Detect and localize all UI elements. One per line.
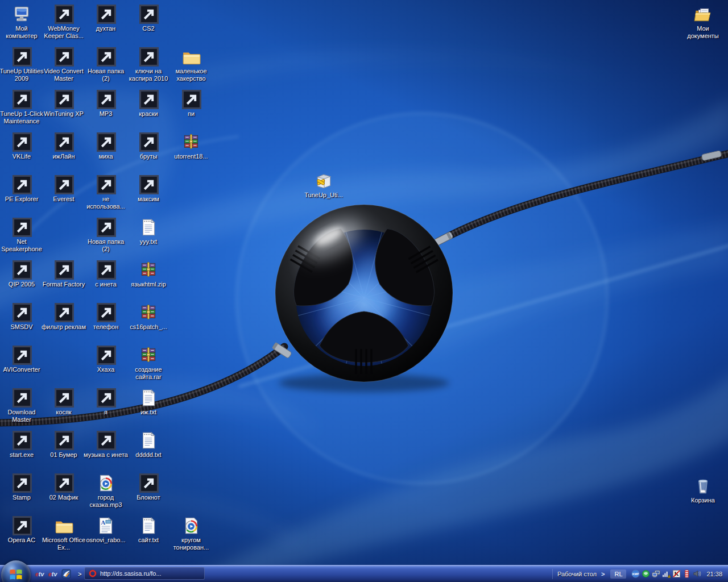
desktop-icon[interactable]: Format Factory bbox=[41, 260, 86, 288]
qip-icon bbox=[12, 260, 31, 280]
agent-green-tray-icon[interactable] bbox=[642, 569, 650, 578]
desktop-icon[interactable]: SMSDV bbox=[0, 303, 44, 331]
file-doc-icon: A bbox=[96, 516, 115, 535]
desktop-icon[interactable]: Stamp bbox=[0, 473, 44, 501]
desktop-icon-label: миха bbox=[83, 153, 129, 160]
desktop-icon[interactable]: сайт.txt bbox=[126, 516, 171, 544]
task-button-opera[interactable]: http://ds.sasisa.ru/fo... bbox=[84, 567, 205, 580]
desktop-icon[interactable]: Новая папка (2) bbox=[83, 47, 129, 82]
desktop-icon-label: фильтр реклам bbox=[41, 323, 86, 331]
desktop-icon-label: 01 Бумер bbox=[41, 451, 86, 459]
download-master-icon bbox=[12, 388, 31, 408]
desktop-icon[interactable]: пи bbox=[168, 90, 214, 118]
desktop-icon[interactable]: я bbox=[83, 388, 129, 416]
desktop-icon[interactable]: 01 Бумер bbox=[41, 431, 86, 459]
desktop: Мой компьютерWebMoney Keeper Clas...духт… bbox=[0, 0, 728, 582]
desktop-icon[interactable]: Новая папка (2) bbox=[83, 218, 129, 253]
desktop-icon-label: Everest bbox=[41, 196, 86, 203]
desktop-icon-label: музыка с инета bbox=[83, 451, 129, 459]
desktop-icon[interactable]: PE Explorer bbox=[0, 175, 44, 203]
desktop-icon-label: телефон bbox=[83, 323, 129, 331]
desktop-icon[interactable]: WebMoney Keeper Clas... bbox=[41, 5, 86, 40]
desktop-icon[interactable]: cs16patch_... bbox=[126, 303, 171, 331]
desktop-icon[interactable]: кругом тонирован... bbox=[168, 516, 214, 551]
desktop-icon[interactable]: иж.txt bbox=[126, 388, 171, 416]
network-tray-icon[interactable] bbox=[652, 569, 660, 578]
desktop-toolbar-chevron[interactable]: > bbox=[601, 571, 605, 577]
desktop-icon[interactable]: Video Convert Master bbox=[41, 47, 86, 82]
desktop-icon[interactable]: ddddd.txt bbox=[126, 431, 171, 459]
desktop-icon-label: Microsoft Office Ex... bbox=[41, 537, 86, 551]
folder-icon bbox=[96, 5, 115, 24]
desktop-icon[interactable]: краски bbox=[126, 90, 171, 118]
desktop-icon[interactable]: Opera AC bbox=[0, 516, 44, 544]
desktop-icon[interactable]: Xxaxa bbox=[83, 346, 129, 373]
desktop-icon[interactable]: CS2 bbox=[126, 5, 171, 32]
kaspersky-tray-icon[interactable]: K bbox=[672, 569, 681, 578]
desktop-icon-label: Video Convert Master bbox=[41, 68, 86, 82]
desktop-icon-label: SMSDV bbox=[0, 323, 44, 331]
desktop-icon[interactable]: QIP 2005 bbox=[0, 260, 44, 288]
desktop-icon[interactable]: TuneUp_Uti... bbox=[301, 171, 346, 199]
desktop-icon[interactable]: yyy.txt bbox=[126, 218, 171, 246]
desktop-icon[interactable]: миха bbox=[83, 132, 129, 160]
desktop-icon[interactable]: AVIConverter bbox=[0, 346, 44, 373]
desktop-icon[interactable]: Everest bbox=[41, 175, 86, 203]
desktop-icon[interactable]: utorrent18... bbox=[168, 132, 214, 160]
desktop-icon[interactable]: WinTuning XP bbox=[41, 90, 86, 118]
file-text-icon bbox=[139, 218, 158, 237]
my-computer-icon bbox=[12, 5, 31, 24]
folder-icon bbox=[96, 431, 115, 450]
desktop-icon[interactable]: ижЛайн bbox=[41, 132, 86, 160]
desktop-icon[interactable]: музыка с инета bbox=[83, 431, 129, 459]
desktop-icon[interactable]: Корзина bbox=[680, 476, 726, 504]
desktop-icon[interactable]: создание сайта.rar bbox=[126, 346, 171, 381]
desktop-icon[interactable]: Download Master bbox=[0, 388, 44, 423]
desktop-icon[interactable]: TuneUp Utilities 2009 bbox=[0, 47, 44, 82]
desktop-icon[interactable]: Net Speakerphone bbox=[0, 218, 44, 253]
desktop-icon[interactable]: фильтр реклам bbox=[41, 303, 86, 331]
quick-launch-overflow-chevron[interactable]: > bbox=[78, 571, 81, 577]
download-bar-tray-icon[interactable] bbox=[682, 569, 691, 578]
desktop-icon[interactable]: Мои документы bbox=[680, 5, 726, 40]
recycle-bin-icon bbox=[693, 476, 713, 496]
desktop-icon-label: Format Factory bbox=[41, 281, 86, 288]
desktop-icon[interactable]: VKLife bbox=[0, 132, 44, 160]
folder-icon bbox=[139, 5, 158, 24]
desktop-icon[interactable]: start.exe bbox=[0, 431, 44, 459]
desktop-icon[interactable]: языкhtml.zip bbox=[126, 260, 171, 288]
volume-tray-icon[interactable] bbox=[693, 569, 701, 578]
desktop-icon[interactable]: TuneUp 1-Click Maintenance bbox=[0, 90, 44, 125]
desktop-icon[interactable]: ключи на каспира 2010 bbox=[126, 47, 171, 82]
desktop-icon[interactable]: MP3 bbox=[83, 90, 129, 118]
desktop-icon[interactable]: максим bbox=[126, 175, 171, 203]
signal-warning-tray-icon[interactable] bbox=[662, 569, 671, 578]
desktop-swoosh-icon[interactable] bbox=[61, 569, 71, 579]
desktop-icon[interactable]: Microsoft Office Ex... bbox=[41, 516, 86, 551]
desktop-icon[interactable]: город сказка.mp3 bbox=[83, 473, 129, 509]
my-documents-icon bbox=[693, 5, 713, 24]
tv-logo-icon[interactable]: etv bbox=[48, 569, 58, 579]
kmplayer-tray-icon[interactable]: KMP bbox=[631, 569, 640, 578]
svg-text:KMP: KMP bbox=[632, 572, 639, 576]
desktop-icon[interactable]: маленькое хакерство bbox=[168, 47, 214, 82]
desktop-icon[interactable]: с инета bbox=[83, 260, 129, 288]
desktop-icon[interactable]: 02 Мафик bbox=[41, 473, 86, 501]
desktop-toolbar-label[interactable]: Рабочий стол bbox=[557, 571, 597, 577]
desktop-icon-label: языкhtml.zip bbox=[126, 281, 171, 288]
desktop-icon[interactable]: Aosnovi_rabo... bbox=[83, 516, 129, 544]
desktop-icon-label: бруты bbox=[126, 153, 171, 160]
format-factory-icon bbox=[54, 260, 73, 280]
tv-logo-icon[interactable]: etv bbox=[35, 569, 45, 579]
desktop-icon[interactable]: бруты bbox=[126, 132, 171, 160]
desktop-icon[interactable]: телефон bbox=[83, 303, 129, 331]
desktop-icon[interactable]: Блокнот bbox=[126, 473, 171, 501]
language-indicator[interactable]: RL bbox=[610, 569, 626, 579]
desktop-icon[interactable]: косяк bbox=[41, 388, 86, 416]
folder-icon bbox=[181, 47, 201, 66]
desktop-icon-label: не использова... bbox=[83, 196, 129, 210]
taskbar-clock[interactable]: 21:38 bbox=[706, 571, 722, 577]
desktop-icon[interactable]: духтан bbox=[83, 5, 129, 32]
desktop-icon[interactable]: Мой компьютер bbox=[0, 5, 44, 40]
desktop-icon[interactable]: не использова... bbox=[83, 175, 129, 210]
